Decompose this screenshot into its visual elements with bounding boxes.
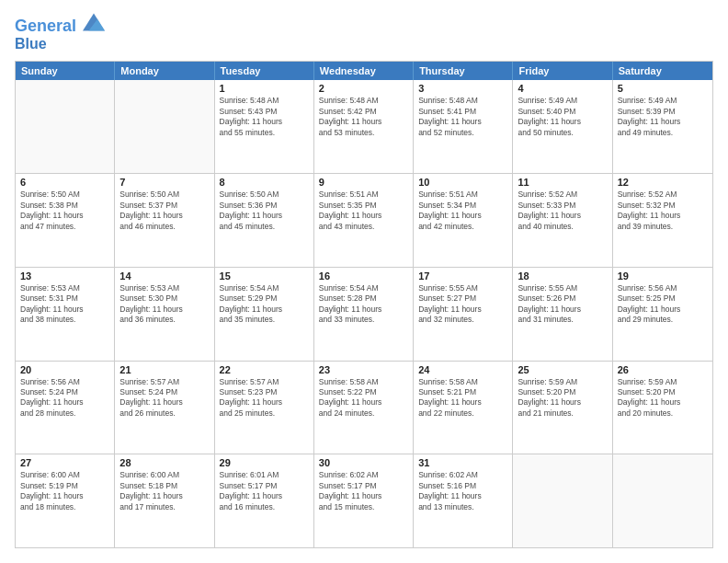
cell-line: and 52 minutes. [418,128,507,138]
day-number: 27 [20,457,109,468]
day-cell-30: 30Sunrise: 6:02 AMSunset: 5:17 PMDayligh… [314,454,414,547]
logo: General Blue [15,15,105,52]
day-cell-12: 12Sunrise: 5:52 AMSunset: 5:32 PMDayligh… [613,174,712,267]
cell-line: Sunset: 5:24 PM [119,387,209,397]
cell-line: Sunset: 5:41 PM [418,107,507,117]
cell-line: Daylight: 11 hours [220,491,309,501]
cell-line: Daylight: 11 hours [319,491,408,501]
cell-line: and 17 minutes. [119,502,209,512]
day-number: 19 [618,270,708,282]
day-cell-18: 18Sunrise: 5:55 AMSunset: 5:26 PMDayligh… [513,268,612,361]
cell-line: Sunset: 5:31 PM [20,293,109,304]
cell-line: Daylight: 11 hours [119,491,209,501]
day-cell-13: 13Sunrise: 5:53 AMSunset: 5:31 PMDayligh… [16,268,115,361]
cell-line: Sunset: 5:30 PM [119,293,209,304]
cell-line: Daylight: 11 hours [418,397,507,408]
cell-line: Sunset: 5:43 PM [220,107,309,117]
cell-line: and 13 minutes. [418,502,507,512]
day-cell-28: 28Sunrise: 6:00 AMSunset: 5:18 PMDayligh… [115,454,214,547]
cell-line: Daylight: 11 hours [319,397,408,408]
cell-line: Daylight: 11 hours [220,211,309,221]
cell-line: Daylight: 11 hours [618,211,708,221]
cell-line: Sunset: 5:32 PM [618,201,708,211]
cell-line: Sunrise: 5:59 AM [618,377,708,387]
day-cell-22: 22Sunrise: 5:57 AMSunset: 5:23 PMDayligh… [215,362,314,454]
cell-line: Sunset: 5:40 PM [518,107,607,117]
calendar-row-2: 6Sunrise: 5:50 AMSunset: 5:38 PMDaylight… [16,173,712,267]
cell-line: and 33 minutes. [319,315,408,325]
cell-line: Sunrise: 5:55 AM [418,283,507,293]
day-number: 1 [220,83,309,94]
day-cell-6: 6Sunrise: 5:50 AMSunset: 5:38 PMDaylight… [16,174,115,267]
cell-line: Sunset: 5:20 PM [518,387,607,397]
cell-line: Sunrise: 5:49 AM [518,96,607,106]
day-cell-9: 9Sunrise: 5:51 AMSunset: 5:35 PMDaylight… [314,174,414,267]
cell-line: and 31 minutes. [518,315,607,325]
day-cell-3: 3Sunrise: 5:48 AMSunset: 5:41 PMDaylight… [414,80,513,173]
day-number: 16 [319,270,408,282]
day-number: 25 [518,364,607,375]
day-cell-27: 27Sunrise: 6:00 AMSunset: 5:19 PMDayligh… [16,454,115,547]
cell-line: Sunrise: 5:50 AM [20,190,109,200]
cell-line: Daylight: 11 hours [319,211,408,221]
cell-line: Sunrise: 5:52 AM [518,190,607,200]
cell-line: Sunset: 5:37 PM [119,201,209,211]
cell-line: Sunrise: 5:53 AM [20,283,109,293]
cell-line: Sunrise: 5:59 AM [518,377,607,387]
cell-line: Daylight: 11 hours [418,491,507,501]
calendar-body: 1Sunrise: 5:48 AMSunset: 5:43 PMDaylight… [16,80,712,547]
cell-line: Daylight: 11 hours [418,304,507,315]
day-cell-31: 31Sunrise: 6:02 AMSunset: 5:16 PMDayligh… [414,454,513,547]
cell-line: and 15 minutes. [319,502,408,512]
cell-line: Sunset: 5:20 PM [618,387,708,397]
cell-line: Sunset: 5:24 PM [20,387,109,397]
weekday-header-friday: Friday [513,62,612,80]
weekday-header-sunday: Sunday [16,62,115,80]
cell-line: Daylight: 11 hours [220,117,309,127]
cell-line: and 26 minutes. [119,408,209,419]
cell-line: Daylight: 11 hours [418,117,507,127]
day-number: 11 [518,177,607,188]
cell-line: and 24 minutes. [319,408,408,419]
day-number: 7 [119,177,209,188]
cell-line: and 55 minutes. [220,128,309,138]
day-number: 18 [518,270,607,282]
cell-line: Daylight: 11 hours [220,304,309,315]
cell-line: and 39 minutes. [618,222,708,232]
cell-line: Sunset: 5:28 PM [319,293,408,304]
cell-line: Sunrise: 5:58 AM [418,377,507,387]
cell-line: Sunset: 5:17 PM [319,481,408,491]
cell-line: Sunrise: 6:00 AM [119,470,209,480]
calendar-header: SundayMondayTuesdayWednesdayThursdayFrid… [16,62,712,80]
day-cell-19: 19Sunrise: 5:56 AMSunset: 5:25 PMDayligh… [613,268,712,361]
cell-line: Sunrise: 5:48 AM [220,96,309,106]
cell-line: Sunrise: 5:51 AM [418,190,507,200]
day-cell-24: 24Sunrise: 5:58 AMSunset: 5:21 PMDayligh… [414,362,513,454]
cell-line: Sunrise: 5:56 AM [618,283,708,293]
day-cell-16: 16Sunrise: 5:54 AMSunset: 5:28 PMDayligh… [314,268,414,361]
weekday-header-wednesday: Wednesday [314,62,414,80]
cell-line: and 32 minutes. [418,315,507,325]
cell-line: Sunrise: 5:54 AM [319,283,408,293]
day-number: 8 [220,177,309,188]
empty-cell [115,80,214,173]
cell-line: Sunset: 5:22 PM [319,387,408,397]
day-number: 24 [418,364,507,375]
day-number: 15 [220,270,309,282]
day-number: 2 [319,83,408,94]
cell-line: Sunrise: 6:00 AM [20,470,109,480]
cell-line: and 36 minutes. [119,315,209,325]
cell-line: Sunset: 5:21 PM [418,387,507,397]
logo-general: General [15,17,76,35]
day-cell-4: 4Sunrise: 5:49 AMSunset: 5:40 PMDaylight… [513,80,612,173]
day-number: 9 [319,177,408,188]
cell-line: and 20 minutes. [618,408,708,419]
cell-line: Sunrise: 5:57 AM [220,377,309,387]
calendar: SundayMondayTuesdayWednesdayThursdayFrid… [15,61,713,548]
logo-text: General [15,15,105,36]
header: General Blue [15,15,713,52]
cell-line: Daylight: 11 hours [518,304,607,315]
cell-line: Sunset: 5:18 PM [119,481,209,491]
cell-line: Sunrise: 5:50 AM [220,190,309,200]
weekday-header-monday: Monday [115,62,214,80]
